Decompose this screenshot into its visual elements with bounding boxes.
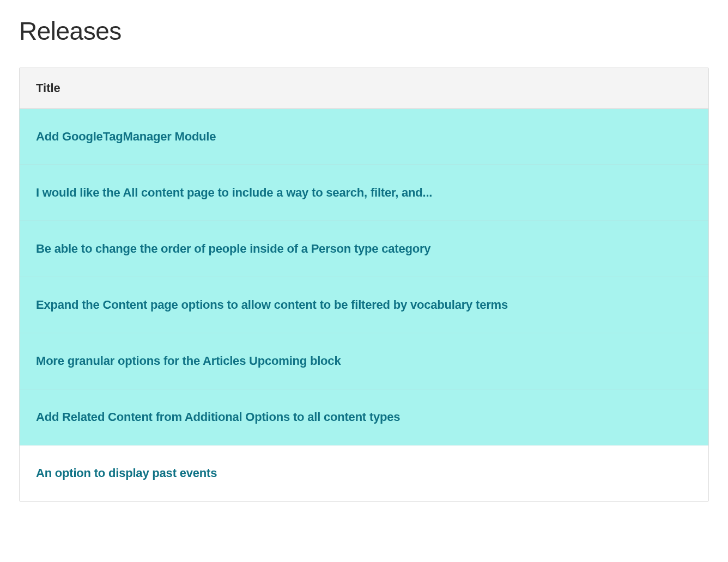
- table-header-title: Title: [36, 81, 60, 95]
- table-row: Be able to change the order of people in…: [20, 221, 708, 277]
- release-link[interactable]: Be able to change the order of people in…: [36, 242, 430, 255]
- page-title: Releases: [19, 16, 709, 46]
- table-row: An option to display past events: [20, 445, 708, 501]
- table-row: Expand the Content page options to allow…: [20, 277, 708, 333]
- release-link[interactable]: I would like the All content page to inc…: [36, 186, 432, 199]
- table-row: I would like the All content page to inc…: [20, 165, 708, 221]
- table-row: Add GoogleTagManager Module: [20, 109, 708, 165]
- release-link[interactable]: Add GoogleTagManager Module: [36, 130, 216, 143]
- table-header: Title: [20, 68, 708, 109]
- release-link[interactable]: Expand the Content page options to allow…: [36, 298, 508, 311]
- release-link[interactable]: More granular options for the Articles U…: [36, 354, 341, 368]
- release-link[interactable]: An option to display past events: [36, 466, 217, 480]
- table-row: Add Related Content from Additional Opti…: [20, 389, 708, 445]
- releases-table: Title Add GoogleTagManager Module I woul…: [19, 68, 709, 502]
- table-row: More granular options for the Articles U…: [20, 333, 708, 389]
- release-link[interactable]: Add Related Content from Additional Opti…: [36, 410, 400, 424]
